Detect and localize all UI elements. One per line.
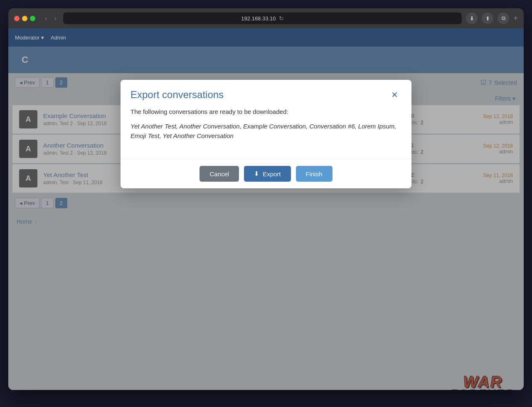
app-navbar: Moderator ▾ Admin <box>8 28 524 47</box>
modal-header: Export conversations ✕ <box>121 80 411 108</box>
reload-button[interactable]: ↻ <box>279 15 284 22</box>
share-button[interactable]: ⬆ <box>482 12 493 24</box>
app-content: Moderator ▾ Admin C ◂ Prev 1 2 <box>8 28 524 390</box>
export-icon: ⬇ <box>254 170 259 178</box>
address-bar[interactable]: 192.168.33.10 ↻ <box>63 12 462 24</box>
download-button[interactable]: ⬇ <box>466 12 478 24</box>
new-tab-button[interactable]: + <box>513 14 518 23</box>
export-button[interactable]: ⬇ Export <box>244 166 291 182</box>
forward-button[interactable]: › <box>52 14 59 23</box>
nav-buttons: ‹ › <box>42 14 59 23</box>
browser-toolbar: ‹ › 192.168.33.10 ↻ ⬇ ⬆ ⧉ + <box>8 8 524 28</box>
close-traffic-light[interactable] <box>14 16 20 21</box>
export-label: Export <box>263 170 281 178</box>
export-modal: Export conversations ✕ The following con… <box>121 80 411 188</box>
browser-frame: ‹ › 192.168.33.10 ↻ ⬇ ⬆ ⧉ + Moderator ▾ … <box>8 8 524 390</box>
modal-title: Export conversations <box>131 89 224 101</box>
modal-footer: Cancel ⬇ Export Finish <box>121 159 411 188</box>
nav-moderator[interactable]: Moderator ▾ <box>15 35 44 41</box>
finish-button[interactable]: Finish <box>296 166 332 182</box>
back-button[interactable]: ‹ <box>42 14 50 23</box>
duplicate-button[interactable]: ⧉ <box>498 12 509 24</box>
modal-close-button[interactable]: ✕ <box>388 88 401 101</box>
minimize-traffic-light[interactable] <box>22 16 27 21</box>
traffic-lights <box>14 16 35 21</box>
cancel-button[interactable]: Cancel <box>200 166 239 182</box>
main-area: C ◂ Prev 1 2 ☑ 7 Selected <box>8 47 524 390</box>
modal-description: The following conversations are ready to… <box>131 108 401 115</box>
address-text: 192.168.33.10 <box>241 15 276 22</box>
browser-actions: ⬇ ⬆ ⧉ <box>466 12 509 24</box>
modal-conversation-list: Yet Another Test, Another Conversation, … <box>131 122 401 141</box>
nav-admin[interactable]: Admin <box>51 35 66 41</box>
modal-overlay: Export conversations ✕ The following con… <box>8 47 524 390</box>
modal-body: The following conversations are ready to… <box>121 108 411 159</box>
maximize-traffic-light[interactable] <box>30 16 35 21</box>
